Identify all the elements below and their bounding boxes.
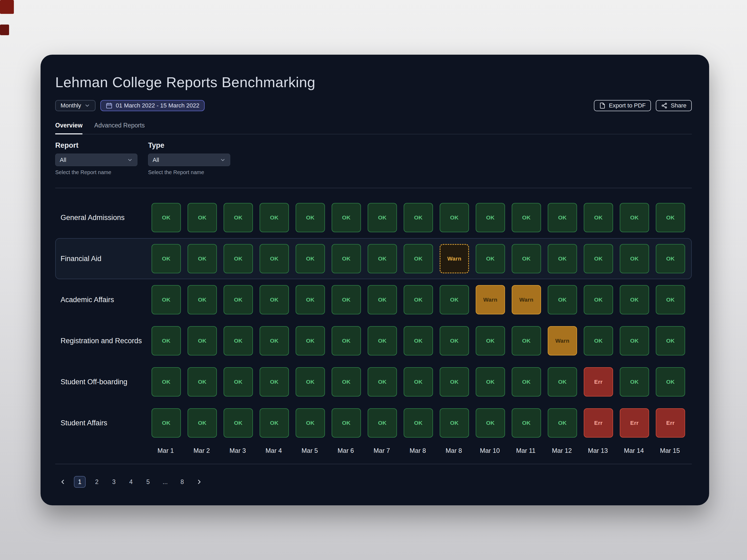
status-cell-ok[interactable]: OK [187, 326, 217, 355]
status-cell-ok[interactable]: OK [584, 203, 613, 232]
status-cell-ok[interactable]: OK [152, 285, 181, 314]
status-cell-ok[interactable]: OK [332, 244, 361, 273]
tab-advanced-reports[interactable]: Advanced Reports [94, 122, 145, 134]
status-cell-ok[interactable]: OK [404, 408, 433, 437]
status-cell-ok[interactable]: OK [260, 203, 289, 232]
status-cell-ok[interactable]: OK [152, 326, 181, 355]
status-cell-ok[interactable]: OK [152, 408, 181, 437]
status-cell-ok[interactable]: OK [512, 203, 541, 232]
status-cell-ok[interactable]: OK [368, 244, 397, 273]
status-cell-ok[interactable]: OK [404, 244, 433, 273]
status-cell-ok[interactable]: OK [548, 367, 577, 397]
status-cell-ok[interactable]: OK [548, 285, 577, 314]
status-cell-ok[interactable]: OK [404, 203, 433, 232]
status-cell-ok[interactable]: OK [548, 408, 577, 437]
date-range-picker[interactable]: 01 March 2022 - 15 March 2022 [100, 100, 205, 111]
status-cell-ok[interactable]: OK [187, 367, 217, 397]
status-cell-ok[interactable]: OK [187, 285, 217, 314]
status-cell-ok[interactable]: OK [187, 408, 217, 437]
status-cell-ok[interactable]: OK [440, 408, 469, 437]
status-cell-ok[interactable]: OK [476, 408, 505, 437]
period-dropdown[interactable]: Monthly [55, 100, 96, 111]
type-select[interactable]: All [148, 154, 230, 166]
status-cell-ok[interactable]: OK [476, 367, 505, 397]
pagination-next-button[interactable] [194, 476, 205, 488]
status-cell-warn[interactable]: Warn [548, 326, 577, 355]
status-cell-ok[interactable]: OK [260, 285, 289, 314]
status-cell-ok[interactable]: OK [187, 244, 217, 273]
status-cell-ok[interactable]: OK [260, 244, 289, 273]
status-cell-ok[interactable]: OK [656, 326, 685, 355]
pagination-page-3[interactable]: 3 [108, 476, 120, 488]
status-cell-ok[interactable]: OK [620, 244, 649, 273]
pagination-page-1[interactable]: 1 [74, 476, 86, 488]
status-cell-ok[interactable]: OK [224, 203, 253, 232]
status-cell-ok[interactable]: OK [224, 326, 253, 355]
status-cell-ok[interactable]: OK [152, 367, 181, 397]
status-cell-ok[interactable]: OK [368, 326, 397, 355]
report-select[interactable]: All [55, 154, 137, 166]
status-cell-ok[interactable]: OK [152, 203, 181, 232]
status-cell-ok[interactable]: OK [295, 244, 325, 273]
status-cell-ok[interactable]: OK [656, 367, 685, 397]
status-cell-ok[interactable]: OK [295, 326, 325, 355]
status-cell-ok[interactable]: OK [404, 367, 433, 397]
status-cell-ok[interactable]: OK [512, 408, 541, 437]
status-cell-ok[interactable]: OK [260, 326, 289, 355]
status-cell-ok[interactable]: OK [512, 367, 541, 397]
status-cell-ok[interactable]: OK [512, 326, 541, 355]
status-cell-ok[interactable]: OK [295, 203, 325, 232]
pagination-page-4[interactable]: 4 [125, 476, 137, 488]
status-cell-ok[interactable]: OK [368, 367, 397, 397]
status-cell-ok[interactable]: OK [620, 326, 649, 355]
status-cell-ok[interactable]: OK [224, 408, 253, 437]
status-cell-ok[interactable]: OK [620, 285, 649, 314]
status-cell-ok[interactable]: OK [224, 285, 253, 314]
status-cell-ok[interactable]: OK [440, 203, 469, 232]
status-cell-ok[interactable]: OK [548, 203, 577, 232]
status-cell-ok[interactable]: OK [656, 285, 685, 314]
tab-overview[interactable]: Overview [55, 122, 82, 134]
pagination-prev-button[interactable] [57, 476, 69, 488]
status-cell-ok[interactable]: OK [440, 367, 469, 397]
status-cell-err[interactable]: Err [584, 408, 613, 437]
status-cell-ok[interactable]: OK [332, 408, 361, 437]
status-cell-ok[interactable]: OK [440, 326, 469, 355]
status-cell-ok[interactable]: OK [332, 326, 361, 355]
status-cell-ok[interactable]: OK [584, 326, 613, 355]
status-cell-err[interactable]: Err [620, 408, 649, 437]
status-cell-ok[interactable]: OK [656, 203, 685, 232]
status-cell-ok[interactable]: OK [295, 367, 325, 397]
status-cell-ok[interactable]: OK [404, 285, 433, 314]
status-cell-ok[interactable]: OK [260, 367, 289, 397]
status-cell-ok[interactable]: OK [368, 408, 397, 437]
pagination-page-8[interactable]: 8 [176, 476, 188, 488]
pagination-page-5[interactable]: 5 [142, 476, 154, 488]
status-cell-ok[interactable]: OK [260, 408, 289, 437]
status-cell-ok[interactable]: OK [295, 408, 325, 437]
status-cell-ok[interactable]: OK [332, 285, 361, 314]
status-cell-ok[interactable]: OK [476, 244, 505, 273]
status-cell-ok[interactable]: OK [368, 285, 397, 314]
status-cell-ok[interactable]: OK [584, 285, 613, 314]
status-cell-ok[interactable]: OK [440, 285, 469, 314]
status-cell-ok[interactable]: OK [368, 203, 397, 232]
status-cell-ok[interactable]: OK [332, 367, 361, 397]
status-cell-ok[interactable]: OK [512, 244, 541, 273]
status-cell-ok[interactable]: OK [584, 244, 613, 273]
status-cell-warn-dashed[interactable]: Warn [440, 244, 469, 273]
status-cell-ok[interactable]: OK [548, 244, 577, 273]
status-cell-ok[interactable]: OK [187, 203, 217, 232]
status-cell-warn[interactable]: Warn [512, 285, 541, 314]
status-cell-ok[interactable]: OK [656, 244, 685, 273]
status-cell-ok[interactable]: OK [224, 244, 253, 273]
status-cell-err[interactable]: Err [584, 367, 613, 397]
status-cell-ok[interactable]: OK [224, 367, 253, 397]
pagination-page-2[interactable]: 2 [91, 476, 103, 488]
export-pdf-button[interactable]: Export to PDF [594, 100, 651, 111]
status-cell-ok[interactable]: OK [152, 244, 181, 273]
status-cell-ok[interactable]: OK [620, 203, 649, 232]
share-button[interactable]: Share [656, 100, 692, 111]
status-cell-ok[interactable]: OK [404, 326, 433, 355]
status-cell-ok[interactable]: OK [295, 285, 325, 314]
